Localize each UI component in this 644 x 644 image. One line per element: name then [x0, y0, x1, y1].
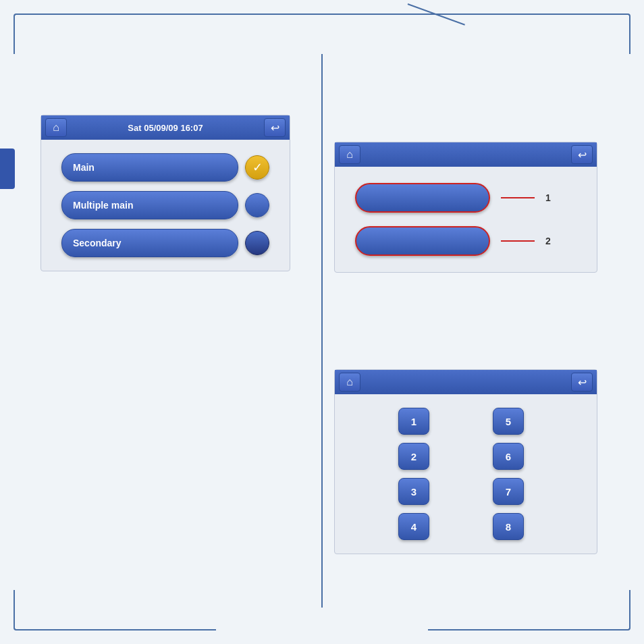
num-btn-6[interactable]: 6 — [493, 443, 524, 470]
main-menu-row: Main ✓ — [61, 153, 269, 182]
checkmark-icon: ✓ — [252, 160, 263, 175]
corner-decoration-tl — [14, 14, 216, 54]
main-header-title: Sat 05/09/09 16:07 — [128, 123, 203, 133]
btn-label-2: 2 — [545, 236, 551, 246]
secondary-icon-button[interactable] — [245, 231, 269, 255]
corner-decoration-br — [428, 590, 630, 630]
numgrid-back-button[interactable]: ↩ — [571, 373, 593, 392]
top-decoration-line — [216, 14, 428, 15]
numgrid-panel: ⌂ ↩ 1 5 2 6 3 7 4 8 — [334, 369, 597, 554]
multiple-main-row: Multiple main — [61, 191, 269, 219]
red-line-2 — [501, 240, 535, 242]
btn-row-1: 1 — [355, 183, 576, 213]
btn-row-2: 2 — [355, 226, 576, 256]
numgrid-content: 1 5 2 6 3 7 4 8 — [335, 394, 597, 554]
red-line-1 — [501, 197, 535, 198]
corner-decoration-tr — [428, 14, 630, 54]
vertical-divider — [321, 54, 323, 608]
num-btn-7[interactable]: 7 — [493, 478, 524, 505]
multiple-main-icon-button[interactable] — [245, 193, 269, 217]
two-btn-content: 1 2 — [335, 167, 597, 272]
main-menu-header: ⌂ Sat 05/09/09 16:07 ↩ — [41, 115, 290, 140]
secondary-row: Secondary — [61, 229, 269, 257]
main-home-button[interactable]: ⌂ — [45, 118, 67, 137]
two-btn-home-button[interactable]: ⌂ — [339, 145, 360, 164]
two-buttons-panel: ⌂ ↩ 1 2 — [334, 142, 597, 273]
multiple-main-button[interactable]: Multiple main — [61, 191, 238, 219]
corner-decoration-bl — [14, 590, 216, 630]
numgrid-header: ⌂ ↩ — [335, 370, 597, 394]
two-btn-back-button[interactable]: ↩ — [571, 145, 593, 164]
two-btn-header: ⌂ ↩ — [335, 142, 597, 167]
home-icon-3: ⌂ — [346, 376, 353, 388]
secondary-button[interactable]: Secondary — [61, 229, 238, 257]
main-back-button[interactable]: ↩ — [264, 118, 286, 137]
num-btn-3[interactable]: 3 — [398, 478, 429, 505]
num-btn-5[interactable]: 5 — [493, 408, 524, 435]
num-btn-4[interactable]: 4 — [398, 513, 429, 540]
back-icon-2: ↩ — [578, 149, 587, 161]
home-icon: ⌂ — [53, 122, 59, 134]
main-menu-panel: ⌂ Sat 05/09/09 16:07 ↩ Main ✓ Multiple m… — [41, 115, 290, 271]
panel2-button-1[interactable] — [355, 183, 490, 213]
num-btn-2[interactable]: 2 — [398, 443, 429, 470]
num-btn-8[interactable]: 8 — [493, 513, 524, 540]
main-menu-content: Main ✓ Multiple main Secondary — [41, 140, 290, 271]
panel2-button-2[interactable] — [355, 226, 490, 256]
home-icon-2: ⌂ — [346, 149, 353, 161]
num-btn-1[interactable]: 1 — [398, 408, 429, 435]
back-icon-3: ↩ — [578, 376, 587, 389]
main-icon-button[interactable]: ✓ — [245, 155, 269, 180]
back-icon: ↩ — [271, 122, 279, 134]
left-tab — [0, 149, 15, 189]
btn-label-1: 1 — [545, 192, 551, 203]
main-button[interactable]: Main — [61, 153, 238, 182]
numgrid-home-button[interactable]: ⌂ — [339, 373, 360, 392]
